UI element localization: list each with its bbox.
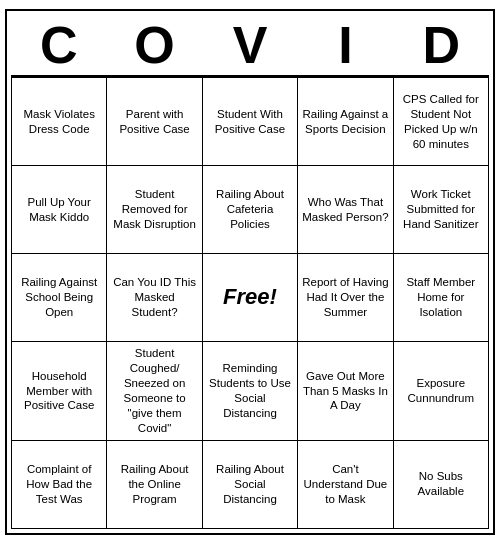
bingo-cell-7[interactable]: Railing About Cafeteria Policies [203,166,298,254]
bingo-cell-13[interactable]: Report of Having Had It Over the Summer [298,254,393,342]
bingo-cell-9[interactable]: Work Ticket Submitted for Hand Sanitizer [394,166,489,254]
header-letter-D: D [396,19,486,71]
bingo-cell-10[interactable]: Railing Against School Being Open [12,254,107,342]
bingo-cell-2[interactable]: Student With Positive Case [203,78,298,166]
bingo-card: COVID Mask Violates Dress CodeParent wit… [5,9,495,535]
header-letter-C: C [14,19,104,71]
bingo-cell-0[interactable]: Mask Violates Dress Code [12,78,107,166]
bingo-cell-3[interactable]: Railing Against a Sports Decision [298,78,393,166]
bingo-cell-11[interactable]: Can You ID This Masked Student? [107,254,202,342]
bingo-cell-4[interactable]: CPS Called for Student Not Picked Up w/n… [394,78,489,166]
header-letter-V: V [205,19,295,71]
bingo-cell-6[interactable]: Student Removed for Mask Disruption [107,166,202,254]
free-space-cell[interactable]: Free! [203,254,298,342]
bingo-cell-24[interactable]: No Subs Available [394,441,489,529]
bingo-cell-16[interactable]: Student Coughed/ Sneezed on Someone to "… [107,342,202,441]
bingo-cell-17[interactable]: Reminding Students to Use Social Distanc… [203,342,298,441]
bingo-cell-8[interactable]: Who Was That Masked Person? [298,166,393,254]
bingo-cell-14[interactable]: Staff Member Home for Isolation [394,254,489,342]
bingo-header: COVID [11,15,489,77]
bingo-cell-19[interactable]: Exposure Cunnundrum [394,342,489,441]
bingo-cell-15[interactable]: Household Member with Positive Case [12,342,107,441]
header-letter-I: I [301,19,391,71]
bingo-cell-22[interactable]: Railing About Social Distancing [203,441,298,529]
bingo-cell-1[interactable]: Parent with Positive Case [107,78,202,166]
bingo-cell-18[interactable]: Gave Out More Than 5 Masks In A Day [298,342,393,441]
bingo-cell-20[interactable]: Complaint of How Bad the Test Was [12,441,107,529]
bingo-cell-21[interactable]: Railing About the Online Program [107,441,202,529]
header-letter-O: O [109,19,199,71]
bingo-cell-23[interactable]: Can't Understand Due to Mask [298,441,393,529]
bingo-grid: Mask Violates Dress CodeParent with Posi… [11,77,489,529]
bingo-cell-5[interactable]: Pull Up Your Mask Kiddo [12,166,107,254]
